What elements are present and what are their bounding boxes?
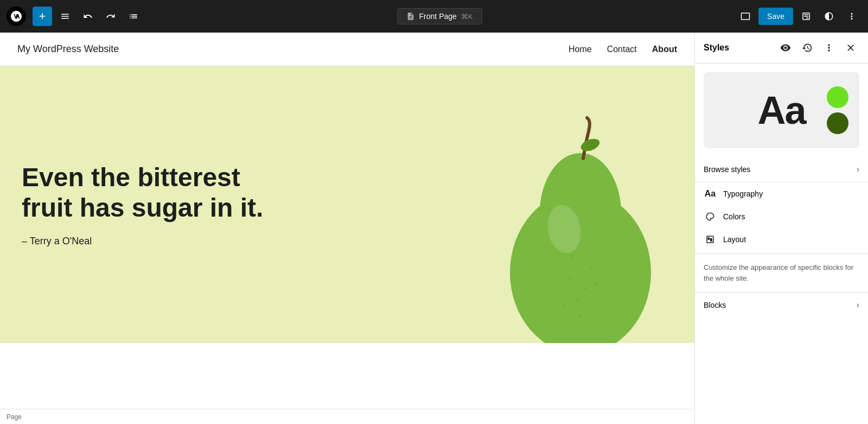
hero-text: Even the bitterest fruit has sugar in it… bbox=[22, 162, 282, 246]
panel-title: Styles bbox=[704, 43, 773, 53]
colors-label: Colors bbox=[723, 212, 859, 221]
right-panel: Styles Aa Browse styles › bbox=[694, 33, 868, 424]
color-circle-dark bbox=[827, 112, 848, 134]
undo-button[interactable] bbox=[78, 7, 98, 26]
tools-button[interactable] bbox=[55, 7, 75, 26]
layout-label: Layout bbox=[723, 235, 859, 244]
statusbar: Page bbox=[0, 409, 694, 424]
typography-label: Typography bbox=[723, 189, 859, 198]
svg-point-8 bbox=[590, 266, 592, 268]
contrast-button[interactable] bbox=[819, 7, 839, 26]
blocks-label: Blocks bbox=[704, 301, 726, 309]
toolbar-right: Save bbox=[736, 7, 861, 26]
blocks-chevron: › bbox=[857, 300, 859, 310]
svg-point-11 bbox=[579, 315, 582, 317]
svg-point-7 bbox=[577, 299, 579, 301]
browse-styles-chevron: › bbox=[857, 164, 859, 174]
panel-header: Styles bbox=[695, 33, 868, 64]
site-title: My WordPress Website bbox=[17, 43, 119, 55]
nav-about[interactable]: About bbox=[652, 45, 677, 54]
nav-home[interactable]: Home bbox=[569, 45, 592, 54]
style-preview[interactable]: Aa bbox=[704, 72, 859, 148]
hero-section: Even the bitterest fruit has sugar in it… bbox=[0, 66, 694, 343]
color-circle-light bbox=[827, 86, 848, 108]
statusbar-label: Page bbox=[7, 413, 22, 421]
typography-icon: Aa bbox=[704, 189, 717, 199]
styles-more-button[interactable] bbox=[820, 39, 838, 56]
svg-point-12 bbox=[563, 304, 565, 306]
svg-point-5 bbox=[569, 277, 571, 279]
redo-button[interactable] bbox=[101, 7, 120, 26]
page-indicator[interactable]: Front Page ⌘K bbox=[397, 8, 482, 24]
typography-item[interactable]: Aa Typography bbox=[695, 182, 868, 205]
toolbar-center: Front Page ⌘K bbox=[146, 8, 732, 24]
main-layout: My WordPress Website Home Contact About … bbox=[0, 33, 868, 424]
nav-contact[interactable]: Contact bbox=[607, 45, 637, 54]
svg-point-9 bbox=[571, 255, 573, 257]
svg-point-2 bbox=[521, 202, 640, 289]
svg-point-3 bbox=[579, 136, 602, 153]
pear-illustration bbox=[494, 115, 667, 343]
blocks-row[interactable]: Blocks › bbox=[695, 292, 868, 318]
preview-aa-text: Aa bbox=[757, 88, 805, 132]
site-nav: Home Contact About bbox=[569, 45, 677, 54]
close-panel-button[interactable] bbox=[842, 39, 859, 56]
site-header: My WordPress Website Home Contact About bbox=[0, 33, 694, 66]
styles-history-button[interactable] bbox=[799, 39, 816, 56]
layout-item[interactable]: Layout bbox=[695, 228, 868, 251]
add-block-button[interactable]: + bbox=[33, 7, 52, 26]
page-name: Front Page bbox=[419, 12, 457, 21]
svg-point-6 bbox=[585, 288, 587, 290]
view-button[interactable] bbox=[736, 7, 755, 26]
toolbar: + Front Page ⌘K Save bbox=[0, 0, 868, 33]
browse-styles-label: Browse styles bbox=[704, 165, 750, 174]
save-button[interactable]: Save bbox=[758, 8, 793, 25]
colors-icon bbox=[704, 212, 717, 222]
layout-icon bbox=[704, 235, 717, 244]
sidebar-toggle-button[interactable] bbox=[796, 7, 816, 26]
keyboard-shortcut: ⌘K bbox=[461, 12, 473, 21]
colors-item[interactable]: Colors bbox=[695, 205, 868, 228]
more-options-button[interactable] bbox=[842, 7, 861, 26]
preview-color-circles bbox=[827, 86, 848, 134]
list-view-button[interactable] bbox=[124, 7, 143, 26]
styles-eye-button[interactable] bbox=[777, 39, 794, 56]
wordpress-logo[interactable] bbox=[7, 7, 26, 26]
hero-heading: Even the bitterest fruit has sugar in it… bbox=[22, 162, 282, 222]
svg-point-10 bbox=[596, 282, 598, 284]
customize-text: Customize the appearance of specific blo… bbox=[695, 253, 868, 292]
canvas: My WordPress Website Home Contact About … bbox=[0, 33, 694, 424]
hero-attribution: – Terry a O'Neal bbox=[22, 236, 282, 247]
browse-styles-row[interactable]: Browse styles › bbox=[695, 157, 868, 182]
